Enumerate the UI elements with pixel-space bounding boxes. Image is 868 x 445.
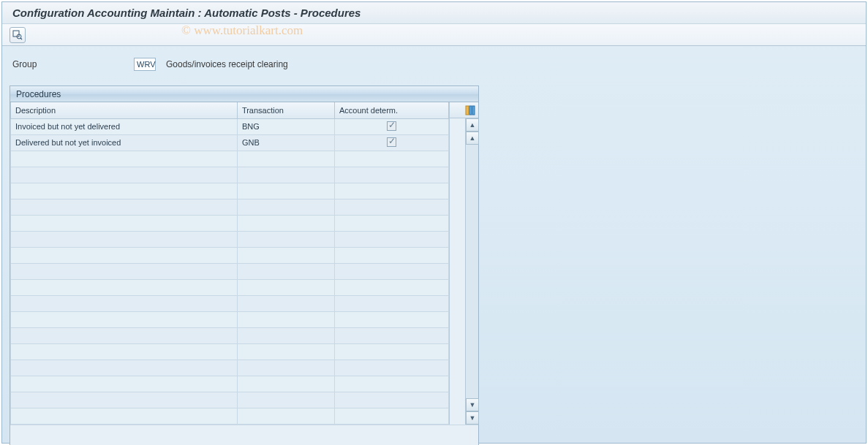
col-header-account-determ[interactable]: Account determ. — [335, 102, 449, 118]
title-bar: Configuration Accounting Maintain : Auto… — [2, 2, 866, 24]
svg-rect-5 — [472, 106, 475, 115]
app-frame: Configuration Accounting Maintain : Auto… — [1, 1, 867, 444]
inspect-icon — [12, 30, 23, 40]
checkbox-checked-icon[interactable] — [387, 137, 396, 147]
table-row[interactable] — [11, 199, 449, 215]
table-settings-cell[interactable] — [450, 102, 478, 118]
table-wrap: Description Transaction Account determ. … — [10, 102, 478, 425]
table-row[interactable] — [11, 295, 449, 311]
scroll-down-button[interactable]: ▼ — [466, 411, 479, 425]
svg-line-2 — [20, 38, 22, 39]
svg-rect-4 — [469, 106, 472, 115]
inspect-button[interactable] — [10, 27, 26, 43]
cell-transaction: GNB — [237, 134, 334, 151]
panel-title: Procedures — [10, 86, 478, 102]
cell-account-determ — [335, 118, 449, 134]
table-row[interactable] — [11, 215, 449, 231]
table-row[interactable] — [11, 343, 449, 360]
table-row[interactable]: Delivered but not yet invoiced GNB — [11, 134, 449, 151]
table-row[interactable] — [11, 360, 449, 376]
triangle-up-icon: ▲ — [469, 134, 476, 142]
cell-account-determ — [335, 134, 449, 151]
triangle-down-icon: ▼ — [469, 401, 476, 408]
table-settings-icon — [465, 105, 475, 115]
col-header-description[interactable]: Description — [11, 102, 238, 118]
scroll-page-down-button[interactable]: ▼ — [466, 398, 479, 411]
table-row[interactable] — [11, 151, 449, 167]
procedures-panel: Procedures Description Transaction Accou… — [10, 85, 479, 445]
group-description: Goods/invoices receipt clearing — [166, 59, 288, 69]
cell-description[interactable]: Invoiced but not yet delivered — [11, 118, 238, 134]
table-row[interactable] — [11, 311, 449, 327]
col-header-transaction[interactable]: Transaction — [237, 102, 334, 118]
table-row[interactable] — [11, 392, 449, 408]
group-label: Group — [12, 59, 134, 69]
cell-transaction: BNG — [237, 118, 334, 134]
svg-rect-0 — [13, 31, 19, 37]
table-row[interactable] — [11, 247, 449, 263]
table-row[interactable] — [11, 327, 449, 343]
group-code-field[interactable]: WRV — [134, 58, 156, 71]
table-row[interactable] — [11, 408, 449, 424]
table-header-row: Description Transaction Account determ. — [11, 102, 449, 118]
table-row[interactable] — [11, 167, 449, 183]
table-row[interactable] — [11, 183, 449, 199]
table-row[interactable] — [11, 263, 449, 279]
panel-title-text: Procedures — [16, 89, 61, 99]
table-row[interactable] — [11, 376, 449, 392]
svg-rect-3 — [466, 106, 469, 115]
toolbar — [2, 24, 866, 46]
panel-footer — [10, 425, 478, 446]
table-row[interactable]: Invoiced but not yet delivered BNG — [11, 118, 449, 134]
checkbox-checked-icon[interactable] — [387, 121, 396, 131]
triangle-down-icon: ▼ — [469, 414, 476, 422]
scroll-column: ▲ ▲ ▼ ▼ — [449, 102, 478, 425]
page-title: Configuration Accounting Maintain : Auto… — [12, 7, 361, 19]
scroll-page-up-button[interactable]: ▲ — [466, 132, 479, 145]
client-area: Group WRV Goods/invoices receipt clearin… — [2, 46, 866, 445]
table-row[interactable] — [11, 279, 449, 295]
triangle-up-icon: ▲ — [469, 121, 476, 129]
vertical-scrollbar[interactable]: ▲ ▲ ▼ ▼ — [465, 118, 478, 425]
table-row[interactable] — [11, 231, 449, 247]
group-row: Group WRV Goods/invoices receipt clearin… — [10, 58, 858, 71]
scroll-up-button[interactable]: ▲ — [466, 118, 479, 132]
procedures-table: Description Transaction Account determ. … — [10, 102, 449, 425]
cell-description[interactable]: Delivered but not yet invoiced — [11, 134, 238, 151]
